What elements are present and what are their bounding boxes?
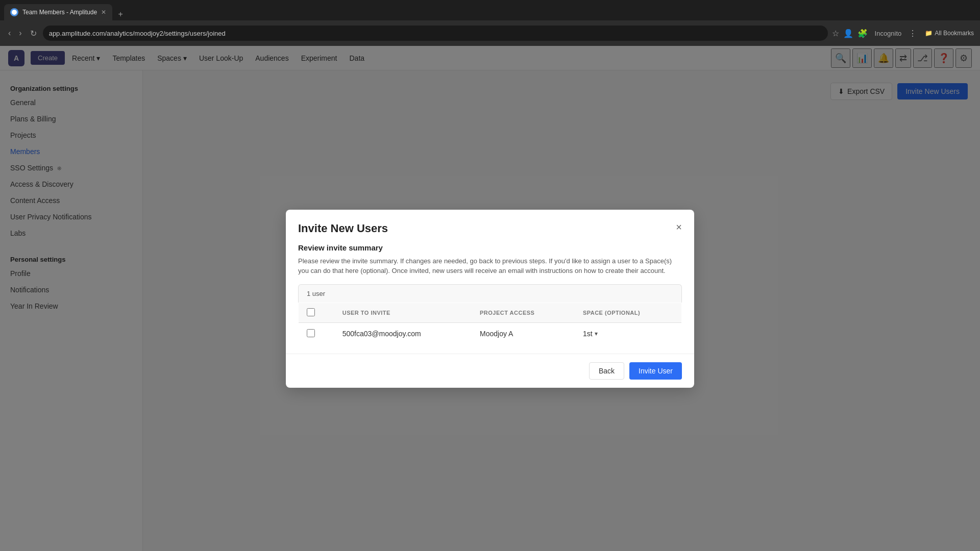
invite-modal: Invite New Users × Review invite summary… xyxy=(286,210,694,388)
reload-button[interactable]: ↻ xyxy=(28,27,39,40)
review-description: Please review the invite summary. If cha… xyxy=(298,256,682,276)
bookmarks-label: All Bookmarks xyxy=(935,30,974,37)
th-space-optional: SPACE (OPTIONAL) xyxy=(575,303,682,322)
svg-point-0 xyxy=(12,10,17,15)
address-text: app.amplitude.com/analytics/moodjoy2/set… xyxy=(49,30,226,37)
new-tab-button[interactable]: + xyxy=(114,8,127,20)
bookmarks-area: 📁 All Bookmarks xyxy=(925,30,974,37)
row-email-cell: 500fca03@moodjoy.com xyxy=(334,322,472,345)
invite-table-header-row: USER TO INVITE PROJECT ACCESS SPACE (OPT… xyxy=(299,303,682,322)
tab-favicon xyxy=(10,8,18,16)
row-checkbox-cell xyxy=(299,322,334,345)
tab-close-icon[interactable]: ✕ xyxy=(101,9,106,16)
invite-user-button[interactable]: Invite User xyxy=(629,362,682,380)
tab-title: Team Members - Amplitude xyxy=(22,9,97,16)
th-project-access: PROJECT ACCESS xyxy=(472,303,575,322)
bookmark-button[interactable]: ☆ xyxy=(832,29,839,38)
th-user-to-invite: USER TO INVITE xyxy=(334,303,472,322)
space-dropdown-arrow: ▾ xyxy=(595,330,598,337)
row-checkbox[interactable] xyxy=(307,329,315,337)
invite-table-head: USER TO INVITE PROJECT ACCESS SPACE (OPT… xyxy=(299,303,682,322)
modal-close-button[interactable]: × xyxy=(676,222,682,232)
row-space-cell: 1st ▾ xyxy=(575,322,682,345)
forward-nav-button[interactable]: › xyxy=(17,27,23,40)
back-button[interactable]: Back xyxy=(589,362,624,380)
space-value: 1st xyxy=(583,330,593,338)
user-count-text: 1 user xyxy=(307,290,325,297)
table-row: 500fca03@moodjoy.com Moodjoy A 1st ▾ xyxy=(299,322,682,345)
browser-tabs: Team Members - Amplitude ✕ + xyxy=(0,0,980,20)
profile-button[interactable]: 👤 xyxy=(843,29,853,38)
user-count-bar: 1 user xyxy=(298,284,682,303)
bookmarks-icon: 📁 xyxy=(925,30,933,37)
back-nav-button[interactable]: ‹ xyxy=(6,27,13,40)
review-title: Review invite summary xyxy=(298,243,682,252)
extension-button[interactable]: 🧩 xyxy=(857,29,868,38)
browser-nav: ‹ › ↻ app.amplitude.com/analytics/moodjo… xyxy=(0,20,980,46)
browser-chrome: Team Members - Amplitude ✕ + ‹ › ↻ app.a… xyxy=(0,0,980,46)
address-bar[interactable]: app.amplitude.com/analytics/moodjoy2/set… xyxy=(43,26,828,41)
space-dropdown[interactable]: 1st ▾ xyxy=(583,330,673,338)
modal-header: Invite New Users × xyxy=(286,210,694,243)
modal-title: Invite New Users xyxy=(298,222,388,235)
modal-overlay: Invite New Users × Review invite summary… xyxy=(0,46,980,551)
modal-body: Review invite summary Please review the … xyxy=(286,243,694,354)
active-tab[interactable]: Team Members - Amplitude ✕ xyxy=(4,4,112,20)
th-checkbox xyxy=(299,303,334,322)
menu-button[interactable]: ⋮ xyxy=(909,29,917,38)
row-project-cell: Moodjoy A xyxy=(472,322,575,345)
incognito-label: Incognito xyxy=(872,30,905,37)
modal-footer: Back Invite User xyxy=(286,354,694,388)
select-all-checkbox[interactable] xyxy=(307,308,315,316)
invite-table-body: 500fca03@moodjoy.com Moodjoy A 1st ▾ xyxy=(299,322,682,345)
invite-table: USER TO INVITE PROJECT ACCESS SPACE (OPT… xyxy=(298,303,682,345)
